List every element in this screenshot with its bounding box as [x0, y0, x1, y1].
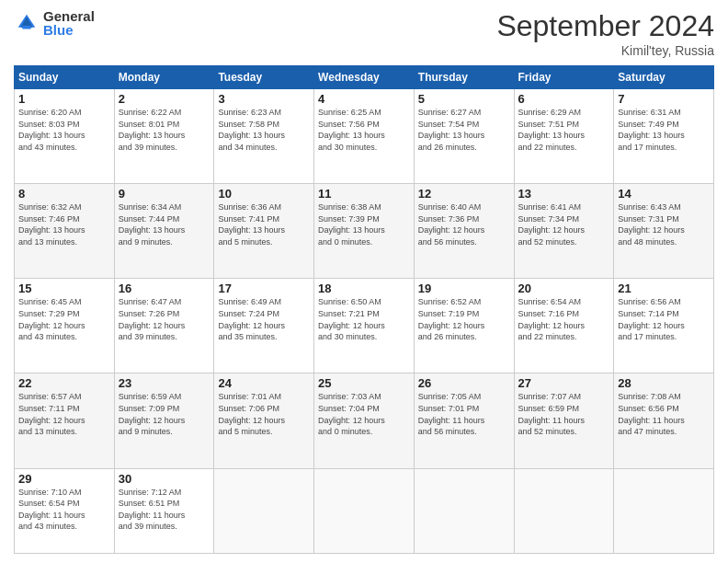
header-tuesday: Tuesday	[214, 66, 314, 89]
day-11: 11 Sunrise: 6:38 AMSunset: 7:39 PMDaylig…	[314, 184, 415, 279]
weekday-header-row: Sunday Monday Tuesday Wednesday Thursday…	[15, 66, 714, 89]
location: Kimil'tey, Russia	[496, 43, 714, 58]
day-7: 7 Sunrise: 6:31 AMSunset: 7:49 PMDayligh…	[614, 89, 714, 184]
header-wednesday: Wednesday	[314, 66, 415, 89]
header-thursday: Thursday	[414, 66, 514, 89]
title-area: September 2024 Kimil'tey, Russia	[496, 9, 714, 58]
day-13: 13 Sunrise: 6:41 AMSunset: 7:34 PMDaylig…	[514, 184, 614, 279]
day-10: 10 Sunrise: 6:36 AMSunset: 7:41 PMDaylig…	[214, 184, 314, 279]
empty-cell-4	[514, 468, 614, 553]
day-28: 28 Sunrise: 7:08 AMSunset: 6:56 PMDaylig…	[614, 373, 714, 468]
day-22: 22 Sunrise: 6:57 AMSunset: 7:11 PMDaylig…	[15, 373, 115, 468]
week-row-4: 22 Sunrise: 6:57 AMSunset: 7:11 PMDaylig…	[15, 373, 714, 468]
day-8: 8 Sunrise: 6:32 AMSunset: 7:46 PMDayligh…	[15, 184, 115, 279]
day-14: 14 Sunrise: 6:43 AMSunset: 7:31 PMDaylig…	[614, 184, 714, 279]
empty-cell-1	[214, 468, 314, 553]
day-9: 9 Sunrise: 6:34 AMSunset: 7:44 PMDayligh…	[114, 184, 214, 279]
header-saturday: Saturday	[614, 66, 714, 89]
empty-cell-5	[614, 468, 714, 553]
day-2: 2 Sunrise: 6:22 AMSunset: 8:01 PMDayligh…	[114, 89, 214, 184]
calendar-table: Sunday Monday Tuesday Wednesday Thursday…	[14, 65, 714, 554]
day-15: 15 Sunrise: 6:45 AMSunset: 7:29 PMDaylig…	[15, 279, 115, 373]
header-sunday: Sunday	[15, 66, 115, 89]
day-5: 5 Sunrise: 6:27 AMSunset: 7:54 PMDayligh…	[414, 89, 514, 184]
day-1: 1 Sunrise: 6:20 AMSunset: 8:03 PMDayligh…	[15, 89, 115, 184]
day-25: 25 Sunrise: 7:03 AMSunset: 7:04 PMDaylig…	[314, 373, 415, 468]
logo-icon	[14, 10, 40, 36]
day-4: 4 Sunrise: 6:25 AMSunset: 7:56 PMDayligh…	[314, 89, 415, 184]
day-18: 18 Sunrise: 6:50 AMSunset: 7:21 PMDaylig…	[314, 279, 415, 373]
day-26: 26 Sunrise: 7:05 AMSunset: 7:01 PMDaylig…	[414, 373, 514, 468]
week-row-5: 29 Sunrise: 7:10 AMSunset: 6:54 PMDaylig…	[15, 468, 714, 553]
svg-rect-0	[22, 26, 30, 29]
header-monday: Monday	[114, 66, 214, 89]
week-row-1: 1 Sunrise: 6:20 AMSunset: 8:03 PMDayligh…	[15, 89, 714, 184]
day-20: 20 Sunrise: 6:54 AMSunset: 7:16 PMDaylig…	[514, 279, 614, 373]
day-12: 12 Sunrise: 6:40 AMSunset: 7:36 PMDaylig…	[414, 184, 514, 279]
logo-blue-text: Blue	[43, 23, 95, 37]
month-title: September 2024	[496, 9, 714, 43]
day-29: 29 Sunrise: 7:10 AMSunset: 6:54 PMDaylig…	[15, 468, 115, 553]
day-17: 17 Sunrise: 6:49 AMSunset: 7:24 PMDaylig…	[214, 279, 314, 373]
week-row-3: 15 Sunrise: 6:45 AMSunset: 7:29 PMDaylig…	[15, 279, 714, 373]
day-21: 21 Sunrise: 6:56 AMSunset: 7:14 PMDaylig…	[614, 279, 714, 373]
day-30: 30 Sunrise: 7:12 AMSunset: 6:51 PMDaylig…	[114, 468, 214, 553]
empty-cell-3	[414, 468, 514, 553]
header: General Blue September 2024 Kimil'tey, R…	[14, 9, 714, 58]
day-3: 3 Sunrise: 6:23 AMSunset: 7:58 PMDayligh…	[214, 89, 314, 184]
logo-general-text: General	[43, 9, 95, 23]
day-6: 6 Sunrise: 6:29 AMSunset: 7:51 PMDayligh…	[514, 89, 614, 184]
logo: General Blue	[14, 9, 95, 37]
header-friday: Friday	[514, 66, 614, 89]
empty-cell-2	[314, 468, 415, 553]
day-16: 16 Sunrise: 6:47 AMSunset: 7:26 PMDaylig…	[114, 279, 214, 373]
day-27: 27 Sunrise: 7:07 AMSunset: 6:59 PMDaylig…	[514, 373, 614, 468]
week-row-2: 8 Sunrise: 6:32 AMSunset: 7:46 PMDayligh…	[15, 184, 714, 279]
day-24: 24 Sunrise: 7:01 AMSunset: 7:06 PMDaylig…	[214, 373, 314, 468]
day-19: 19 Sunrise: 6:52 AMSunset: 7:19 PMDaylig…	[414, 279, 514, 373]
page: General Blue September 2024 Kimil'tey, R…	[0, 0, 728, 563]
logo-text: General Blue	[43, 9, 95, 37]
day-23: 23 Sunrise: 6:59 AMSunset: 7:09 PMDaylig…	[114, 373, 214, 468]
